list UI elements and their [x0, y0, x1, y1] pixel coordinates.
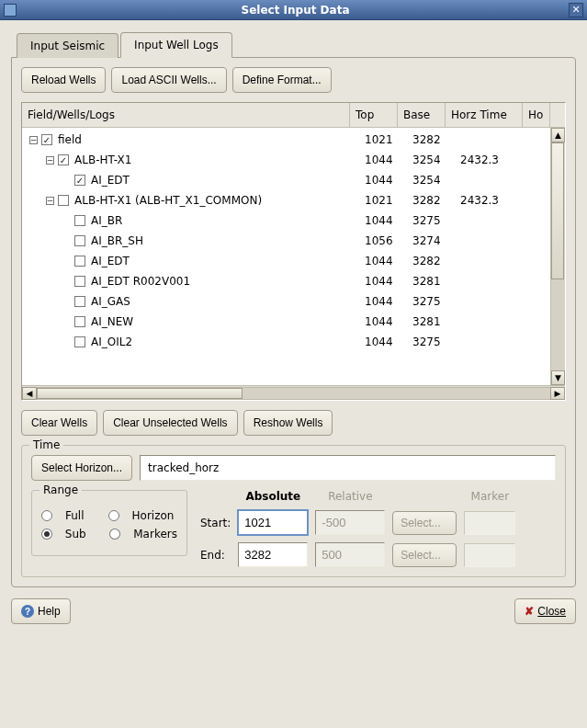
scroll-left-arrow[interactable]: ◀ — [22, 387, 37, 400]
radio-markers-label: Markers — [133, 528, 177, 540]
row-checkbox[interactable] — [74, 276, 85, 287]
tree-row[interactable]: AI_EDT R002V00110443281 — [22, 271, 565, 291]
row-label: AI_BR_SH — [91, 234, 143, 247]
start-label: Start: — [200, 517, 231, 529]
row-base: 3275 — [409, 293, 457, 310]
tree-label-cell: −✓field — [26, 131, 361, 148]
tree-row[interactable]: AI_EDT10443282 — [22, 251, 565, 271]
radio-markers[interactable] — [109, 529, 120, 540]
tree-row[interactable]: AI_NEW10443281 — [22, 312, 565, 332]
vscroll-track[interactable] — [551, 142, 565, 370]
scroll-up-arrow[interactable]: ▲ — [551, 128, 565, 142]
row-base: 3282 — [409, 253, 457, 269]
scroll-down-arrow[interactable]: ▼ — [551, 370, 565, 385]
row-top: 1044 — [361, 334, 409, 350]
vscroll-header-gap — [550, 103, 565, 127]
row-checkbox[interactable]: ✓ — [41, 134, 52, 145]
radio-sub[interactable] — [41, 529, 52, 540]
clear-unselected-wells-button[interactable]: Clear Unselected Wells — [103, 410, 238, 436]
hscroll-track[interactable] — [37, 387, 550, 400]
col-field[interactable]: Field/Wells/Logs — [22, 103, 350, 127]
row-base: 3282 — [409, 192, 457, 209]
define-format-button[interactable]: Define Format... — [232, 67, 332, 93]
row-base: 3282 — [409, 131, 457, 148]
horizontal-scrollbar[interactable]: ◀ ▶ — [22, 385, 565, 400]
radio-horizon[interactable] — [108, 510, 119, 521]
tree-row[interactable]: −✓ALB-HT-X1104432542432.3 — [22, 150, 565, 170]
row-base: 3275 — [409, 212, 457, 229]
col-base[interactable]: Base — [398, 103, 446, 127]
row-checkbox[interactable] — [74, 296, 85, 307]
row-horz-time — [457, 178, 534, 182]
toolbar-middle: Clear Wells Clear Unselected Wells Resho… — [21, 410, 566, 436]
tree-label-cell: AI_EDT R002V001 — [26, 273, 361, 290]
collapse-icon[interactable]: − — [29, 136, 38, 144]
reshow-wells-button[interactable]: Reshow Wells — [243, 410, 333, 436]
row-checkbox[interactable] — [58, 195, 69, 206]
hscroll-thumb[interactable] — [37, 388, 243, 399]
row-horz-time — [457, 259, 534, 263]
vscroll-thumb[interactable] — [551, 142, 564, 279]
row-checkbox[interactable] — [74, 336, 85, 347]
tree-label-cell: AI_NEW — [26, 313, 361, 330]
reload-wells-button[interactable]: Reload Wells — [21, 67, 106, 93]
tab-input-seismic[interactable]: Input Seismic — [17, 33, 119, 58]
row-horz-time — [457, 279, 534, 283]
tree-header: Field/Wells/Logs Top Base Horz Time Ho — [22, 103, 565, 128]
toolbar-top: Reload Wells Load ASCII Wells... Define … — [21, 67, 566, 93]
help-button-label: Help — [38, 605, 61, 618]
help-button[interactable]: ? Help — [11, 598, 71, 624]
row-horz-time: 2432.3 — [457, 192, 534, 209]
close-button[interactable]: ✘ Close — [514, 598, 576, 624]
row-top: 1044 — [361, 253, 409, 269]
collapse-icon[interactable]: − — [46, 197, 54, 205]
tree-row[interactable]: ✓AI_EDT10443254 — [22, 170, 565, 190]
start-absolute-input[interactable] — [238, 510, 308, 535]
row-checkbox[interactable] — [74, 316, 85, 327]
window-close-button[interactable]: ✕ — [569, 3, 583, 17]
range-values-grid: Absolute Relative Marker Start: Select..… — [200, 490, 515, 567]
collapse-icon[interactable]: − — [46, 156, 54, 165]
clear-wells-button[interactable]: Clear Wells — [21, 410, 97, 436]
select-horizon-button[interactable]: Select Horizon... — [31, 455, 132, 481]
time-group: Time Select Horizon... tracked_horz Rang… — [21, 445, 566, 577]
radio-horizon-label: Horizon — [132, 509, 175, 522]
row-checkbox[interactable]: ✓ — [58, 154, 69, 165]
tree-row[interactable]: AI_BR10443275 — [22, 210, 565, 231]
col-horz-time[interactable]: Horz Time — [446, 103, 523, 127]
col-marker-header: Marker — [464, 490, 515, 503]
row-horz-time — [457, 340, 534, 344]
tree-row[interactable]: AI_BR_SH10563274 — [22, 231, 565, 251]
radio-full[interactable] — [41, 510, 52, 521]
time-group-label: Time — [29, 438, 63, 451]
row-label: AI_BR — [91, 214, 122, 227]
close-icon: ✘ — [525, 605, 534, 618]
tree-row[interactable]: AI_GAS10443275 — [22, 291, 565, 312]
app-icon — [4, 4, 17, 17]
horizon-value-field[interactable]: tracked_horz — [140, 455, 556, 481]
tab-input-well-logs[interactable]: Input Well Logs — [120, 32, 232, 58]
vertical-scrollbar[interactable]: ▲ ▼ — [550, 128, 565, 385]
row-checkbox[interactable] — [74, 256, 85, 267]
col-extra[interactable]: Ho — [523, 103, 550, 127]
load-ascii-wells-button[interactable]: Load ASCII Wells... — [111, 67, 226, 93]
scroll-right-arrow[interactable]: ▶ — [550, 387, 565, 400]
row-checkbox[interactable] — [74, 215, 85, 226]
start-marker-select-button: Select... — [392, 511, 457, 535]
row-top: 1044 — [361, 212, 409, 229]
tree-row[interactable]: AI_OIL210443275 — [22, 332, 565, 352]
row-top: 1044 — [361, 293, 409, 310]
close-button-label: Close — [537, 605, 566, 618]
row-checkbox[interactable]: ✓ — [74, 175, 85, 186]
row-checkbox[interactable] — [74, 235, 85, 246]
row-top: 1044 — [361, 273, 409, 290]
tree-row[interactable]: −ALB-HT-X1 (ALB-HT_X1_COMMON)10213282243… — [22, 190, 565, 210]
tab-panel: Reload Wells Load ASCII Wells... Define … — [11, 57, 576, 587]
col-top[interactable]: Top — [350, 103, 398, 127]
row-top: 1044 — [361, 313, 409, 330]
radio-sub-label: Sub — [65, 528, 86, 540]
end-absolute-input[interactable] — [238, 542, 308, 567]
tree-label-cell: −✓ALB-HT-X1 — [26, 152, 361, 168]
tree-row[interactable]: −✓field10213282 — [22, 130, 565, 150]
tree-label-cell: AI_OIL2 — [26, 334, 361, 350]
